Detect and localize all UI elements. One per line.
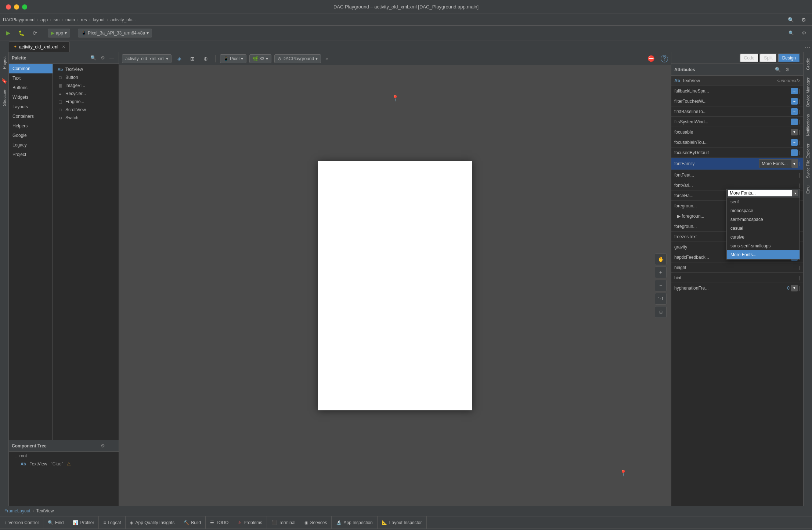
breadcrumb-item[interactable]: res — [81, 17, 87, 22]
font-dropdown-arrow[interactable]: ▾ — [792, 190, 798, 196]
font-option-serif[interactable]: serif — [727, 197, 800, 206]
palette-item-textview[interactable]: Ab TextView — [54, 65, 117, 73]
notifications-sidebar-item[interactable]: Notifications — [805, 111, 811, 139]
todo-tab[interactable]: ☰ TODO — [206, 516, 233, 529]
font-option-sans-serif-smallcaps[interactable]: sans-serif-smallcaps — [727, 242, 800, 250]
layout-file-dropdown[interactable]: activity_old_xml.xml ▾ — [122, 54, 172, 63]
sync-button[interactable]: ⟳ — [30, 28, 40, 38]
palette-item-fragment[interactable]: ▢ Fragme... — [54, 98, 117, 106]
font-family-input[interactable] — [728, 190, 792, 196]
breadcrumb-item[interactable]: src — [54, 17, 59, 22]
breadcrumb-framelayout[interactable]: FrameLayout — [4, 508, 30, 513]
hand-tool-btn[interactable]: ✋ — [655, 253, 667, 265]
tree-item-root[interactable]: □ root — [9, 452, 119, 460]
font-family-input-container[interactable]: More Fonts... ▾ — [759, 159, 798, 168]
close-button[interactable] — [6, 4, 11, 10]
category-widgets[interactable]: Widgets — [9, 92, 53, 102]
device-frame-btn[interactable]: ⊞ — [655, 306, 667, 318]
close-tab-icon[interactable]: ✕ — [62, 45, 65, 49]
device-dropdown[interactable]: 📱 Pixel_3a_API_33_arm64-v8a ▾ — [78, 29, 152, 37]
tree-settings-btn[interactable]: ⚙ — [99, 442, 107, 449]
zoom-fit-btn[interactable]: ⊕ — [201, 54, 211, 63]
category-containers[interactable]: Containers — [9, 112, 53, 121]
settings-icon-btn[interactable]: ⚙ — [799, 28, 809, 38]
services-tab[interactable]: ◉ Services — [300, 516, 332, 529]
device-manager-sidebar-item[interactable]: Device Manager — [805, 75, 811, 110]
terminal-tab[interactable]: ⬛ Terminal — [267, 516, 300, 529]
palette-item-recyclerview[interactable]: ≡ Recycler... — [54, 90, 117, 98]
breadcrumb-item[interactable]: DACPlayground — [3, 17, 35, 22]
project-icon[interactable]: Project — [2, 55, 7, 70]
search-btn[interactable]: 🔍 — [785, 15, 797, 25]
maximize-button[interactable] — [22, 4, 27, 10]
attr-search-btn[interactable]: 🔍 — [773, 66, 782, 73]
design-view-btn[interactable]: ◈ — [174, 54, 184, 63]
breadcrumb-item[interactable]: main — [65, 17, 75, 22]
attr-dropdown-fontfamily[interactable]: ▾ — [791, 160, 797, 168]
split-tab[interactable]: Split — [759, 54, 777, 62]
attr-btn-firstbaseline[interactable]: − — [791, 108, 798, 115]
zoom-in-btn[interactable]: ＋ — [655, 266, 667, 278]
palette-close-btn[interactable]: — — [108, 54, 116, 61]
attr-dropdown-focusable[interactable]: ▾ — [791, 129, 798, 135]
breadcrumb-textview[interactable]: TextView — [36, 508, 54, 513]
zoom-out-btn[interactable]: － — [655, 280, 667, 291]
app-quality-tab[interactable]: ◈ App Quality Insights — [126, 516, 179, 529]
palette-search-btn[interactable]: 🔍 — [89, 54, 98, 61]
app-dropdown[interactable]: ▶ app ▾ — [48, 29, 70, 37]
design-tab[interactable]: Design — [778, 54, 800, 62]
category-project[interactable]: Project — [9, 150, 53, 159]
palette-item-imageview[interactable]: ▦ ImageVi... — [54, 81, 117, 90]
font-option-monospace[interactable]: monospace — [727, 206, 800, 215]
palette-settings-btn[interactable]: ⚙ — [99, 54, 107, 61]
find-tab[interactable]: 🔍 Find — [43, 516, 68, 529]
category-buttons[interactable]: Buttons — [9, 83, 53, 92]
font-option-casual[interactable]: casual — [727, 224, 800, 233]
bookmark-icon[interactable]: 🔖 — [1, 78, 7, 84]
attr-row-fontfamily[interactable]: fontFamily More Fonts... ▾ | — [671, 158, 803, 170]
attr-btn-focusintou[interactable]: − — [791, 139, 798, 146]
breadcrumb-item[interactable]: app — [40, 17, 48, 22]
file-tab-active[interactable]: ✦ activity_old_xml.xml ✕ — [9, 41, 70, 52]
code-tab[interactable]: Code — [740, 54, 759, 62]
tree-close-btn[interactable]: — — [108, 442, 116, 449]
breadcrumb-item[interactable]: activity_olc... — [111, 17, 136, 22]
category-google[interactable]: Google — [9, 131, 53, 140]
settings-btn[interactable]: ⚙ — [798, 15, 809, 25]
api-dropdown[interactable]: 🌿 33 ▾ — [249, 54, 271, 63]
gradle-sidebar-item[interactable]: Gradle — [805, 55, 811, 73]
attr-btn-fitssystem[interactable]: − — [791, 119, 798, 125]
fit-screen-btn[interactable]: 1:1 — [655, 293, 667, 305]
run-button[interactable]: ▶ — [3, 28, 13, 38]
category-helpers[interactable]: Helpers — [9, 121, 53, 131]
problems-tab[interactable]: ⚠ Problems — [233, 516, 267, 529]
structure-icon[interactable]: Structure — [2, 88, 7, 108]
category-layouts[interactable]: Layouts — [9, 102, 53, 112]
tree-item-textview[interactable]: Ab TextView "Ciao" ⚠ — [9, 460, 119, 468]
profiler-tab[interactable]: 📊 Profiler — [68, 516, 99, 529]
logcat-tab[interactable]: ≡ Logcat — [99, 516, 126, 529]
attr-btn-filter[interactable]: − — [791, 98, 798, 105]
theme-dropdown[interactable]: ⊙ DACPlayground ▾ — [274, 54, 321, 63]
canvas-help-btn[interactable]: ? — [661, 55, 668, 62]
version-control-tab[interactable]: ↑ Version Control — [0, 516, 43, 529]
attr-close-btn[interactable]: — — [793, 66, 800, 73]
attr-btn-focusedbydefault[interactable]: − — [791, 149, 798, 156]
breadcrumb-item[interactable]: layout — [93, 17, 105, 22]
palette-item-button[interactable]: □ Button — [54, 73, 117, 81]
attr-settings-btn[interactable]: ⚙ — [784, 66, 791, 73]
app-inspection-tab[interactable]: 🔬 App Inspection — [332, 516, 377, 529]
layout-inspector-tab[interactable]: 📐 Layout Inspector — [378, 516, 427, 529]
blueprint-btn[interactable]: ⊞ — [187, 54, 198, 63]
file-explorer-sidebar-item[interactable]: Swice File Explorer — [805, 141, 811, 181]
category-text[interactable]: Text — [9, 73, 53, 83]
build-tab[interactable]: 🔨 Build — [179, 516, 206, 529]
category-legacy[interactable]: Legacy — [9, 140, 53, 150]
device-size-dropdown[interactable]: 📱 Pixel ▾ — [220, 54, 246, 63]
more-tabs-btn[interactable]: ⋯ — [803, 43, 812, 52]
minimize-button[interactable] — [14, 4, 19, 10]
category-common[interactable]: Common — [9, 64, 53, 73]
attr-dropdown-hyphenation[interactable]: ▾ — [791, 285, 798, 291]
debug-button[interactable]: 🐛 — [15, 28, 28, 38]
overflow-btn[interactable]: » — [325, 56, 328, 61]
